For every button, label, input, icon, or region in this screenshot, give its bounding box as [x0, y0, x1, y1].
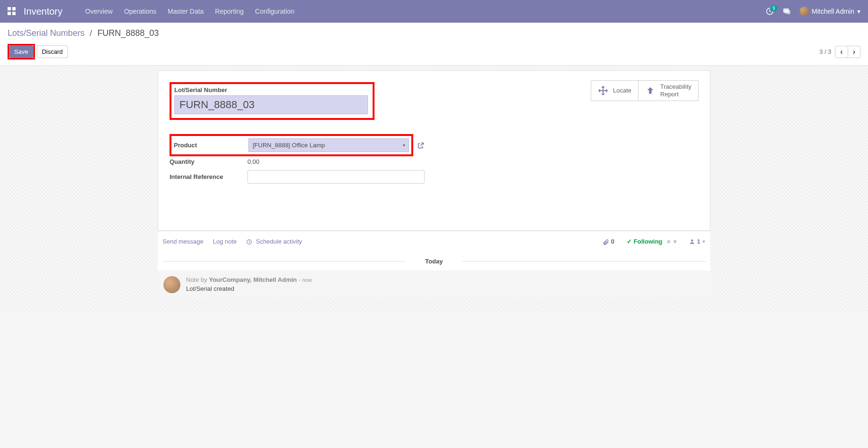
save-highlight: Save [8, 44, 35, 59]
message-time: now [302, 277, 312, 283]
form-sheet: Locate Traceability Report Lot/Serial Nu… [158, 70, 710, 231]
user-menu[interactable]: Mitchell Admin ▾ [800, 7, 860, 16]
attachments-button[interactable]: 0 [603, 238, 614, 245]
log-note-button[interactable]: Log note [213, 238, 237, 245]
app-title[interactable]: Inventory [24, 6, 62, 17]
lot-serial-label: Lot/Serial Number [174, 86, 368, 93]
message-header: Note by YourCompany, Mitchell Admin - no… [186, 276, 312, 283]
locate-button[interactable]: Locate [591, 80, 638, 101]
paperclip-icon [603, 239, 609, 245]
arrow-up-icon [645, 85, 655, 96]
caret-down-icon: ▾ [857, 8, 860, 15]
stat-buttons: Locate Traceability Report [591, 80, 698, 101]
pager: 3 / 3 ‹ › [819, 46, 860, 58]
schedule-activity-button[interactable]: Schedule activity [246, 238, 302, 245]
product-label: Product [174, 142, 248, 149]
traceability-button[interactable]: Traceability Report [638, 80, 698, 101]
nav-reporting[interactable]: Reporting [215, 8, 244, 15]
apps-icon[interactable] [8, 7, 16, 16]
message-item: Note by YourCompany, Mitchell Admin - no… [158, 270, 710, 299]
quantity-value: 0.00 [247, 158, 259, 165]
nav-overview[interactable]: Overview [85, 8, 112, 15]
nav-configuration[interactable]: Configuration [255, 8, 294, 15]
product-highlight: Product [FURN_8888] Office Lamp ▾ [170, 134, 413, 156]
internal-ref-label: Internal Reference [170, 173, 247, 180]
title-highlight: Lot/Serial Number [170, 82, 374, 120]
chat-icon[interactable] [783, 7, 791, 16]
following-button[interactable]: ✓Following ▾ [627, 238, 677, 245]
pager-prev-button[interactable]: ‹ [835, 46, 848, 58]
svg-point-2 [691, 239, 693, 241]
check-icon: ✓ [627, 238, 632, 245]
save-button[interactable]: Save [9, 45, 34, 58]
traceability-label: Traceability Report [660, 83, 691, 98]
content-area: Locate Traceability Report Lot/Serial Nu… [0, 66, 868, 313]
top-nav: Inventory Overview Operations Master Dat… [0, 0, 868, 23]
nav-menu: Overview Operations Master Data Reportin… [85, 8, 294, 15]
external-link-icon[interactable] [417, 141, 425, 150]
discard-button[interactable]: Discard [37, 45, 68, 58]
locate-label: Locate [613, 87, 631, 94]
breadcrumb-root[interactable]: Lots/Serial Numbers [8, 28, 85, 38]
user-name: Mitchell Admin [812, 8, 854, 15]
user-icon [689, 238, 695, 245]
pager-text[interactable]: 3 / 3 [819, 48, 831, 55]
message-avatar-icon [163, 276, 180, 293]
nav-master-data[interactable]: Master Data [168, 8, 204, 15]
send-message-button[interactable]: Send message [162, 238, 204, 245]
user-avatar-icon [800, 7, 809, 16]
message-author: YourCompany, Mitchell Admin [209, 276, 297, 283]
date-separator: Today [158, 252, 710, 270]
bell-icon: ▾ [666, 238, 677, 245]
activity-count-badge: 9 [770, 5, 778, 11]
product-select[interactable]: [FURN_8888] Office Lamp [248, 138, 409, 152]
clock-icon [246, 238, 254, 245]
followers-button[interactable]: 1 ▾ [689, 238, 706, 245]
chatter: Send message Log note Schedule activity … [158, 231, 710, 299]
activity-icon[interactable]: 9 [766, 7, 774, 16]
breadcrumb-current: FURN_8888_03 [97, 28, 159, 38]
breadcrumb-sep: / [90, 28, 92, 38]
move-icon [598, 85, 608, 96]
quantity-label: Quantity [170, 158, 247, 165]
control-panel: Lots/Serial Numbers / FURN_8888_03 Save … [0, 23, 868, 66]
nav-operations[interactable]: Operations [124, 8, 156, 15]
breadcrumb: Lots/Serial Numbers / FURN_8888_03 [8, 28, 159, 38]
message-content: Lot/Serial created [186, 285, 312, 292]
internal-ref-input[interactable] [247, 170, 425, 184]
lot-serial-input[interactable] [174, 95, 368, 114]
pager-next-button[interactable]: › [848, 46, 860, 58]
